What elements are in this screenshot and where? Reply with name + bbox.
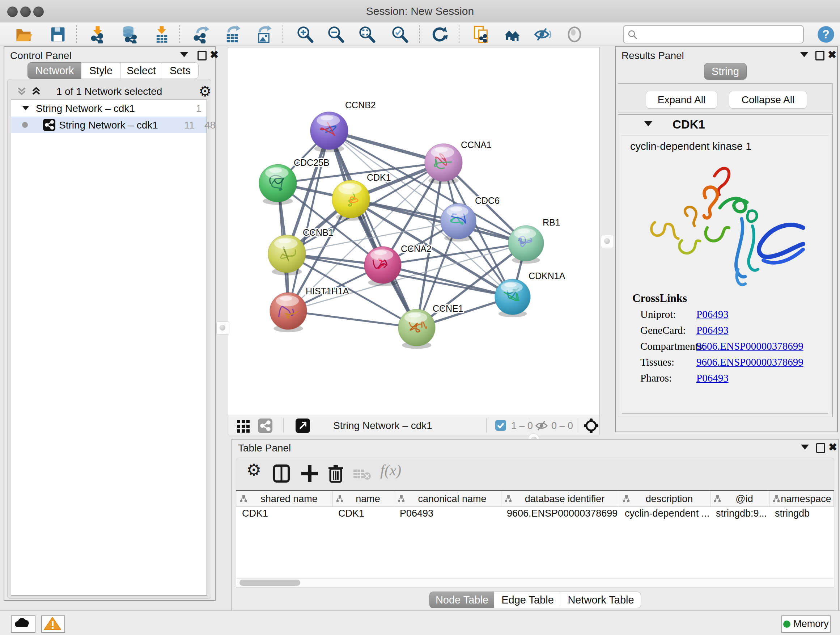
node-label-CDK1: CDK1 [367,172,391,182]
search-icon [627,29,638,40]
right-splitter-handle[interactable] [601,235,614,248]
search-input[interactable] [623,25,804,43]
export-table-icon[interactable] [223,25,241,43]
help-icon[interactable]: ? [817,25,835,43]
zoom-selected-icon[interactable] [391,25,409,43]
collapse-all-button[interactable]: Collapse All [729,91,807,109]
hidden-eye-icon [535,420,548,432]
tab-string[interactable]: String [704,63,747,80]
column-header-canonical-name[interactable]: canonical name [394,491,501,507]
table-header-row: shared namenamecanonical namedatabase id… [236,491,834,507]
table-cell[interactable]: cyclin-dependent ... [619,508,710,523]
column-header-database-identifier[interactable]: database identifier [501,491,619,507]
network-node-CDK1[interactable]: CDK1 [332,172,391,221]
network-node-RB1[interactable]: RB1 [508,217,561,264]
float-menu-icon[interactable] [180,52,188,57]
table-cell[interactable]: CDK1 [236,508,332,523]
network-row[interactable]: String Network – cdk1 11 48 [11,117,207,133]
network-canvas[interactable]: CCNB2CCNA1CDC25BCDK1CDC6RB1CCNB1CCNA2CDK… [228,47,600,416]
results-panel-title: Results Panel [622,50,684,62]
table-cell[interactable]: stringdb:9... [710,508,769,523]
cloud-status-button[interactable] [11,616,35,633]
node-table[interactable]: shared namenamecanonical namedatabase id… [236,490,834,588]
collapse-gene-icon[interactable] [644,121,652,126]
warning-button[interactable] [41,616,65,633]
zoom-out-icon[interactable] [327,25,345,43]
grid-view-icon[interactable] [236,418,251,433]
tab-select[interactable]: Select [120,62,163,79]
table-cell[interactable]: stringdb [769,508,834,523]
close-panel-icon[interactable]: ✖ [210,51,218,59]
column-header-shared-name[interactable]: shared name [236,491,333,507]
network-node-CDC25B[interactable]: CDC25B [259,157,330,205]
float-menu-icon[interactable] [800,52,808,57]
network-collection-row[interactable]: String Network – cdk1 1 [11,100,207,117]
float-menu-icon[interactable] [801,445,809,450]
column-header-namespace[interactable]: namespace [769,491,834,507]
export-network-icon[interactable] [192,25,210,43]
memory-button[interactable]: Memory [782,616,831,633]
crosslink-value-link[interactable]: P06493 [696,325,729,336]
hide-selected-eye-icon[interactable] [534,25,552,43]
crosslink-row: Uniprot:P06493 [640,309,676,320]
gear-icon[interactable]: ⚙ [199,83,212,100]
tab-edge-table[interactable]: Edge Table [494,592,561,608]
import-network-file-icon[interactable] [88,25,107,43]
add-column-icon[interactable] [301,464,319,483]
network-node-CCNB2[interactable]: CCNB2 [310,100,376,152]
table-cell[interactable]: 9606.ENSP00000378699 [501,508,619,523]
home-icon[interactable] [503,25,521,43]
node-label-CDC25B: CDC25B [294,157,330,168]
tab-style[interactable]: Style [81,62,121,79]
save-session-icon[interactable] [49,25,67,43]
crosslink-value-link[interactable]: 9606.ENSP00000378699 [696,356,804,368]
tab-network-table[interactable]: Network Table [561,592,641,608]
export-image-icon[interactable] [254,25,272,43]
show-all-eye-icon[interactable] [565,25,584,43]
string-network-graph[interactable]: CCNB2CCNA1CDC25BCDK1CDC6RB1CCNB1CCNA2CDK… [228,48,599,415]
refresh-icon[interactable] [431,25,448,43]
zoom-in-icon[interactable] [296,25,314,43]
table-horizontal-scrollbar[interactable] [237,578,834,587]
close-panel-icon[interactable]: ✖ [829,443,837,451]
close-panel-icon[interactable]: ✖ [828,51,836,59]
tab-sets[interactable]: Sets [162,62,199,79]
tab-node-table[interactable]: Node Table [429,592,494,608]
float-panel-icon[interactable] [815,51,824,60]
network-snapshot-icon[interactable] [472,25,490,43]
collapse-tree-icon[interactable] [22,106,29,111]
string-view-icon[interactable] [258,418,272,433]
table-cell[interactable]: P06493 [394,508,501,523]
table-cell[interactable]: CDK1 [332,508,394,523]
float-panel-icon[interactable] [197,51,207,60]
network-node-HIST1H1A[interactable]: HIST1H1A [270,286,349,333]
network-node-CDKN1A[interactable]: CDKN1A [495,271,565,317]
open-session-icon[interactable] [14,25,33,43]
zoom-fit-icon[interactable] [358,25,376,43]
float-panel-icon[interactable] [816,443,825,453]
tab-network[interactable]: Network [27,62,82,79]
gene-section-header[interactable]: CDK1 [618,115,832,134]
expand-all-button[interactable]: Expand All [646,91,717,109]
node-count: 11 [184,119,195,131]
crosslink-value-link[interactable]: P06493 [696,372,729,384]
column-header-description[interactable]: description [619,491,711,507]
show-columns-icon[interactable] [272,464,291,483]
network-node-CCNB1[interactable]: CCNB1 [268,227,333,276]
birdseye-crosshair-icon[interactable] [584,418,599,433]
scrollbar-thumb[interactable] [240,580,300,586]
table-settings-gear-icon[interactable]: ⚙ [246,460,261,480]
import-table-icon[interactable] [153,25,171,43]
delete-column-trash-icon[interactable] [327,464,344,483]
selected-checkbox[interactable] [495,420,506,431]
import-network-database-icon[interactable] [120,25,139,43]
column-header-name[interactable]: name [332,491,394,507]
column-header-@id[interactable]: @id [710,491,769,507]
main-toolbar: ? [0,22,840,46]
open-external-icon[interactable] [295,418,310,433]
edge-HIST1H1A-CCNE1[interactable] [288,311,417,328]
crosslink-value-link[interactable]: 9606.ENSP00000378699 [696,340,804,352]
crosslink-label: Compartments: [640,340,705,352]
left-splitter-handle[interactable] [216,321,229,334]
crosslink-value-link[interactable]: P06493 [696,309,729,320]
